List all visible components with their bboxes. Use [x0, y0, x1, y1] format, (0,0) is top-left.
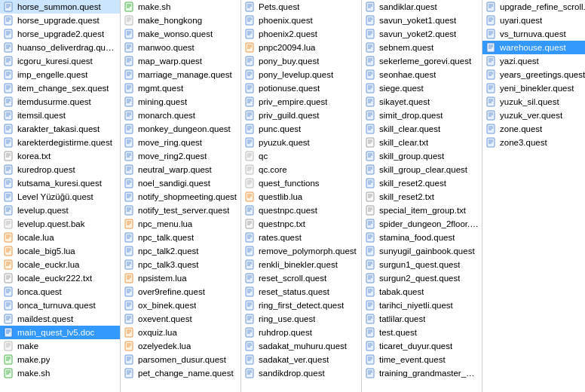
list-item[interactable]: questlib.lua	[241, 190, 361, 204]
list-item[interactable]: time_event.quest	[362, 353, 482, 366]
list-item[interactable]: Pets.quest	[241, 0, 361, 14]
list-item[interactable]: skill_group_clear.quest	[362, 163, 482, 176]
list-item[interactable]: warehouse.quest	[482, 41, 585, 54]
list-item[interactable]: skill_group.quest	[362, 149, 482, 163]
list-item[interactable]: npsistem.lua	[121, 271, 240, 285]
list-item[interactable]: oxevent.quest	[121, 312, 240, 326]
list-item[interactable]: itemdusurme.quest	[0, 95, 120, 109]
list-item[interactable]: map_warp.quest	[121, 54, 240, 68]
list-item[interactable]: skill_reset2.quest	[362, 176, 482, 190]
list-item[interactable]: zone.quest	[482, 122, 585, 136]
list-item[interactable]: pyuzuk.quest	[241, 136, 361, 149]
list-item[interactable]: horse_summon.quest	[0, 0, 120, 14]
list-item[interactable]: uyari.quest	[482, 14, 585, 27]
list-item[interactable]: training_grandmaster_skill.quest	[362, 366, 482, 380]
list-item[interactable]: sekerleme_gorevi.quest	[362, 54, 482, 68]
list-item[interactable]: seonhae.quest	[362, 68, 482, 81]
list-item[interactable]: locale.lua	[0, 231, 120, 244]
list-item[interactable]: monkey_dungeon.quest	[121, 122, 240, 136]
list-item[interactable]: savun_yoket1.quest	[362, 14, 482, 27]
list-item[interactable]: parsomen_dusur.quest	[121, 353, 240, 366]
list-item[interactable]: remove_polymorph.quest	[241, 244, 361, 258]
list-item[interactable]: tabak.quest	[362, 285, 482, 299]
list-item[interactable]: icgoru_kuresi.quest	[0, 54, 120, 68]
list-item[interactable]: kutsama_kuresi.quest	[0, 176, 120, 190]
list-item[interactable]: make.sh	[121, 0, 240, 14]
list-item[interactable]: locale_euckr.lua	[0, 258, 120, 271]
list-item[interactable]: potionuse.quest	[241, 81, 361, 95]
list-item[interactable]: phoenix2.quest	[241, 27, 361, 41]
list-item[interactable]: noel_sandigi.quest	[121, 176, 240, 190]
list-item[interactable]: yazi.quest	[482, 54, 585, 68]
list-item[interactable]: make_wonso.quest	[121, 27, 240, 41]
list-item[interactable]: ring_use.quest	[241, 312, 361, 326]
list-item[interactable]: qc	[241, 149, 361, 163]
list-item[interactable]: karakter_takasi.quest	[0, 122, 120, 136]
list-item[interactable]: huanso_deliverdrag.quest	[0, 41, 120, 54]
list-item[interactable]: rates.quest	[241, 231, 361, 244]
list-item[interactable]: siege.quest	[362, 81, 482, 95]
list-item[interactable]: lonca_turnuva.quest	[0, 299, 120, 312]
list-item[interactable]: qc.core	[241, 163, 361, 176]
list-item[interactable]: special_item_group.txt	[362, 204, 482, 217]
list-item[interactable]: skill_clear.quest	[362, 122, 482, 136]
list-item[interactable]: horse_upgrade2.quest	[0, 27, 120, 41]
list-item[interactable]: sebnem.quest	[362, 41, 482, 54]
list-item[interactable]: make.sh	[0, 366, 120, 380]
list-item[interactable]: korea.txt	[0, 149, 120, 163]
list-item[interactable]: itemsil.quest	[0, 109, 120, 122]
list-item[interactable]: Level Yüzüğü.quest	[0, 190, 120, 204]
list-item[interactable]: make.py	[0, 353, 120, 366]
list-item[interactable]: spider_dungeon_2floor.quest	[362, 217, 482, 231]
list-item[interactable]: mgmt.quest	[121, 81, 240, 95]
list-item[interactable]: locale_big5.lua	[0, 244, 120, 258]
list-item[interactable]: ox_binek.quest	[121, 299, 240, 312]
list-item[interactable]: make	[0, 339, 120, 353]
list-item[interactable]: test.quest	[362, 326, 482, 339]
list-item[interactable]: reset_scroll.quest	[241, 271, 361, 285]
list-item[interactable]: over9refine.quest	[121, 285, 240, 299]
list-item[interactable]: notify_shopmeeting.quest	[121, 190, 240, 204]
list-item[interactable]: reset_status.quest	[241, 285, 361, 299]
list-item[interactable]: questnpc.txt	[241, 217, 361, 231]
list-item[interactable]: lonca.quest	[0, 285, 120, 299]
list-item[interactable]: simit_drop.quest	[362, 109, 482, 122]
list-item[interactable]: surgun2_quest.quest	[362, 271, 482, 285]
list-item[interactable]: savun_yoket2.quest	[362, 27, 482, 41]
list-item[interactable]: npc_talk3.quest	[121, 258, 240, 271]
list-item[interactable]: vs_turnuva.quest	[482, 27, 585, 41]
list-item[interactable]: notify_test_server.quest	[121, 204, 240, 217]
list-item[interactable]: pony_levelup.quest	[241, 68, 361, 81]
list-item[interactable]: skill_reset2.txt	[362, 190, 482, 204]
list-item[interactable]: priv_empire.quest	[241, 95, 361, 109]
list-item[interactable]: tatlilar.quest	[362, 312, 482, 326]
list-item[interactable]: manwoo.quest	[121, 41, 240, 54]
list-item[interactable]: sandikdrop.quest	[241, 366, 361, 380]
list-item[interactable]: marriage_manage.quest	[121, 68, 240, 81]
list-item[interactable]: yeni_binekler.quest	[482, 81, 585, 95]
list-item[interactable]: kuredrop.quest	[0, 163, 120, 176]
list-item[interactable]: stamina_food.quest	[362, 231, 482, 244]
list-item[interactable]: sandiklar.quest	[362, 0, 482, 14]
list-item[interactable]: years_greetings.quest	[482, 68, 585, 81]
list-item[interactable]: pnpc20094.lua	[241, 41, 361, 54]
list-item[interactable]: neutral_warp.quest	[121, 163, 240, 176]
list-item[interactable]: move_ring2.quest	[121, 149, 240, 163]
list-item[interactable]: quest_functions	[241, 176, 361, 190]
list-item[interactable]: locale_euckr222.txt	[0, 271, 120, 285]
list-item[interactable]: ruhdrop.quest	[241, 326, 361, 339]
list-item[interactable]: sunyugil_gainbook.quest	[362, 244, 482, 258]
list-item[interactable]: item_change_sex.quest	[0, 81, 120, 95]
list-item[interactable]: main_quest_lv5.doc	[0, 326, 120, 339]
list-item[interactable]: npc_talk2.quest	[121, 244, 240, 258]
list-item[interactable]: maildest.quest	[0, 312, 120, 326]
list-item[interactable]: mining.quest	[121, 95, 240, 109]
list-item[interactable]: phoenix.quest	[241, 14, 361, 27]
list-item[interactable]: ticaret_duyur.quest	[362, 339, 482, 353]
list-item[interactable]: levelup.quest.bak	[0, 217, 120, 231]
list-item[interactable]: ozelyedek.lua	[121, 339, 240, 353]
list-item[interactable]: npc_talk.quest	[121, 231, 240, 244]
list-item[interactable]: questnpc.quest	[241, 204, 361, 217]
list-item[interactable]: oxquiz.lua	[121, 326, 240, 339]
list-item[interactable]: upgrade_refine_scroll.quest	[482, 0, 585, 14]
